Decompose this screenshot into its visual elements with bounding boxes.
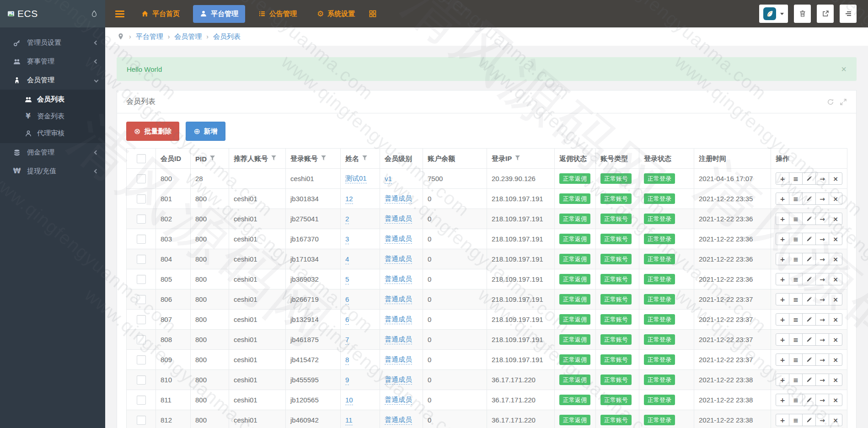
menu-toggle-icon[interactable]	[115, 9, 124, 19]
cell-link-level[interactable]: 普通成员	[385, 396, 412, 405]
cell-link-level[interactable]: 普通成员	[385, 275, 412, 284]
grid-icon[interactable]	[369, 10, 376, 17]
row-checkbox[interactable]	[137, 194, 146, 203]
cell-link-level[interactable]: 普通成员	[385, 194, 412, 203]
close-action-button[interactable]: ×	[829, 213, 842, 225]
select-all-checkbox[interactable]	[137, 154, 146, 163]
refresh-icon[interactable]	[827, 98, 834, 106]
cell-link-name[interactable]: 10	[345, 396, 353, 405]
cell-link-name[interactable]: 测试01	[345, 174, 367, 183]
filter-icon[interactable]	[271, 155, 276, 160]
list-action-button[interactable]: ≡	[789, 213, 803, 225]
row-checkbox[interactable]	[137, 355, 146, 364]
plus-action-button[interactable]: +	[776, 313, 789, 326]
move-action-button[interactable]: →	[815, 333, 829, 346]
filter-icon[interactable]	[515, 155, 520, 160]
row-checkbox[interactable]	[137, 295, 146, 304]
move-action-button[interactable]: →	[815, 293, 829, 305]
list-action-button[interactable]: ≡	[789, 293, 803, 305]
cell-link-name[interactable]: 8	[345, 356, 349, 365]
sidebar-item-event-management[interactable]: 赛事管理	[0, 52, 105, 71]
expand-icon[interactable]	[840, 98, 847, 106]
status-badge[interactable]: 正常账号	[600, 334, 632, 345]
status-badge[interactable]: 正常返佣	[559, 234, 590, 244]
close-action-button[interactable]: ×	[829, 353, 842, 366]
cell-link-level[interactable]: 普通成员	[385, 315, 412, 324]
status-badge[interactable]: 正常返佣	[559, 395, 590, 405]
plus-action-button[interactable]: +	[776, 172, 789, 185]
status-badge[interactable]: 正常返佣	[559, 294, 590, 305]
plus-action-button[interactable]: +	[776, 414, 789, 426]
cell-link-name[interactable]: 5	[345, 275, 349, 284]
close-action-button[interactable]: ×	[829, 414, 842, 426]
status-badge[interactable]: 正常账号	[600, 214, 632, 224]
status-badge[interactable]: 正常账号	[600, 274, 632, 284]
cell-link-level[interactable]: 普通成员	[385, 375, 412, 385]
close-icon[interactable]: ×	[841, 64, 847, 74]
move-action-button[interactable]: →	[815, 233, 829, 245]
cell-link-name[interactable]: 6	[345, 316, 349, 325]
row-checkbox[interactable]	[137, 255, 146, 264]
plus-action-button[interactable]: +	[776, 193, 789, 205]
edit-action-button[interactable]	[802, 253, 816, 265]
cell-link-name[interactable]: 4	[345, 255, 349, 264]
row-checkbox[interactable]	[137, 235, 146, 244]
cell-link-name[interactable]: 6	[345, 295, 349, 305]
edit-action-button[interactable]	[802, 273, 816, 285]
topbar-external-button[interactable]	[817, 5, 834, 23]
list-action-button[interactable]: ≡	[789, 193, 803, 205]
status-badge[interactable]: 正常账号	[600, 354, 632, 365]
edit-action-button[interactable]	[802, 293, 816, 305]
row-checkbox[interactable]	[137, 375, 146, 385]
status-badge[interactable]: 正常登录	[644, 214, 675, 224]
list-action-button[interactable]: ≡	[789, 374, 803, 386]
status-badge[interactable]: 正常返佣	[559, 214, 590, 224]
move-action-button[interactable]: →	[815, 253, 829, 265]
move-action-button[interactable]: →	[815, 172, 829, 185]
list-action-button[interactable]: ≡	[789, 333, 803, 346]
status-badge[interactable]: 正常返佣	[559, 415, 590, 425]
nav-item-notice[interactable]: 公告管理	[252, 5, 304, 23]
move-action-button[interactable]: →	[815, 213, 829, 225]
close-action-button[interactable]: ×	[829, 293, 842, 305]
row-checkbox[interactable]	[137, 396, 146, 405]
status-badge[interactable]: 正常返佣	[559, 173, 590, 184]
plus-action-button[interactable]: +	[776, 293, 789, 305]
edit-action-button[interactable]	[802, 414, 816, 426]
topbar-log-button[interactable]	[840, 5, 857, 23]
move-action-button[interactable]: →	[815, 313, 829, 326]
status-badge[interactable]: 正常登录	[644, 254, 675, 264]
edit-action-button[interactable]	[802, 233, 816, 245]
cell-link-level[interactable]: 普通成员	[385, 295, 412, 304]
row-checkbox[interactable]	[137, 335, 146, 344]
sidebar-item-member-list[interactable]: 会员列表	[0, 91, 105, 108]
move-action-button[interactable]: →	[815, 193, 829, 205]
status-badge[interactable]: 正常账号	[600, 193, 632, 204]
close-action-button[interactable]: ×	[829, 273, 842, 285]
edit-action-button[interactable]	[802, 394, 816, 406]
edit-action-button[interactable]	[802, 313, 816, 326]
move-action-button[interactable]: →	[815, 353, 829, 366]
status-badge[interactable]: 正常登录	[644, 415, 675, 425]
status-badge[interactable]: 正常账号	[600, 294, 632, 305]
cell-link-level[interactable]: 普通成员	[385, 255, 412, 264]
edit-action-button[interactable]	[802, 193, 816, 205]
plus-action-button[interactable]: +	[776, 253, 789, 265]
move-action-button[interactable]: →	[815, 414, 829, 426]
status-badge[interactable]: 正常登录	[644, 334, 675, 345]
row-checkbox[interactable]	[137, 416, 146, 425]
plus-action-button[interactable]: +	[776, 333, 789, 346]
status-badge[interactable]: 正常登录	[644, 354, 675, 365]
row-checkbox[interactable]	[137, 174, 146, 183]
topbar-avatar-button[interactable]	[759, 5, 788, 23]
filter-icon[interactable]	[210, 155, 215, 160]
edit-action-button[interactable]	[802, 333, 816, 346]
status-badge[interactable]: 正常账号	[600, 374, 632, 385]
cell-link-level[interactable]: 普通成员	[385, 214, 412, 224]
sidebar-item-withdraw-recharge[interactable]: ₩提现/充值	[0, 162, 105, 181]
status-badge[interactable]: 正常返佣	[559, 254, 590, 264]
row-checkbox[interactable]	[137, 275, 146, 284]
cell-link-level[interactable]: 普通成员	[385, 335, 412, 344]
list-action-button[interactable]: ≡	[789, 394, 803, 406]
list-action-button[interactable]: ≡	[789, 233, 803, 245]
